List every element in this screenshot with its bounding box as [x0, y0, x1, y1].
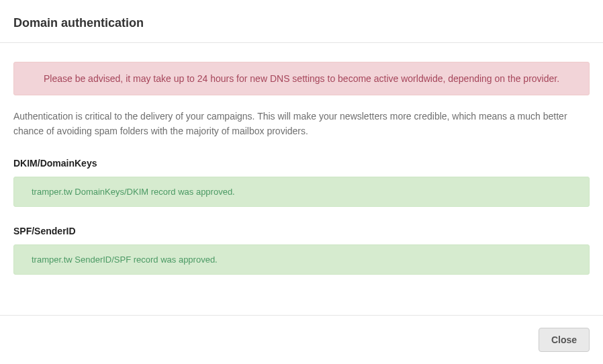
modal-header: Domain authentication	[0, 0, 603, 43]
dkim-section: DKIM/DomainKeys tramper.tw DomainKeys/DK…	[13, 158, 590, 207]
dkim-heading: DKIM/DomainKeys	[13, 158, 590, 169]
spf-status-alert: tramper.tw SenderID/SPF record was appro…	[13, 244, 590, 275]
close-button[interactable]: Close	[539, 328, 590, 352]
auth-description: Authentication is critical to the delive…	[13, 109, 590, 139]
spf-section: SPF/SenderID tramper.tw SenderID/SPF rec…	[13, 226, 590, 275]
spf-heading: SPF/SenderID	[13, 226, 590, 236]
dkim-status-alert: tramper.tw DomainKeys/DKIM record was ap…	[13, 177, 590, 207]
modal-footer: Close	[0, 315, 603, 364]
page-title: Domain authentication	[13, 16, 590, 30]
dns-warning-alert: Please be advised, it may take up to 24 …	[13, 62, 590, 95]
modal-body: Please be advised, it may take up to 24 …	[0, 43, 603, 310]
